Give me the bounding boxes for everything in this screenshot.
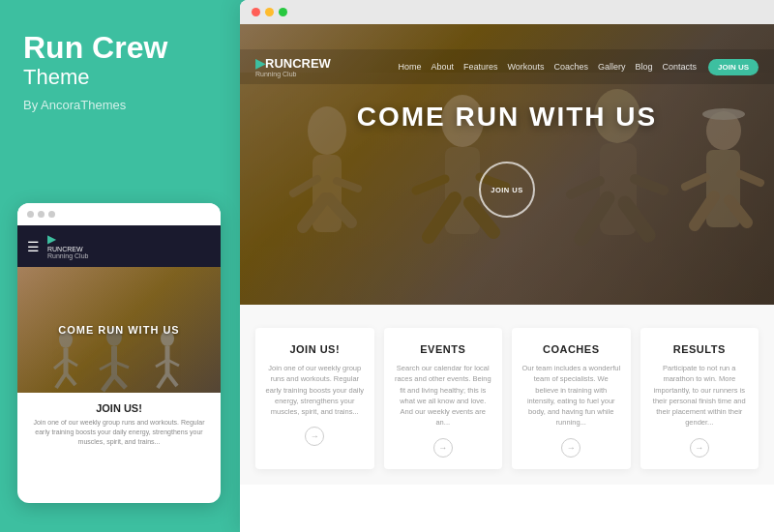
site-logo-wrap: ▶RUNCREW Running Club xyxy=(255,56,331,77)
hero-title: COME RUN WITH US xyxy=(240,102,774,133)
card-results: RESULTS Participate to not run a maratho… xyxy=(640,328,759,469)
nav-features[interactable]: Features xyxy=(463,62,498,72)
card-events-title: EVENTS xyxy=(394,343,493,355)
card-join-arrow[interactable]: → xyxy=(305,427,324,446)
card-events-arrow[interactable]: → xyxy=(433,438,453,458)
card-events-text: Search our calendar for local races and … xyxy=(394,363,493,429)
nav-home[interactable]: Home xyxy=(398,62,421,72)
svg-line-10 xyxy=(103,375,114,391)
card-coaches: COACHES Our team includes a wonderful te… xyxy=(512,328,631,469)
svg-line-16 xyxy=(158,373,167,388)
mobile-dot-3 xyxy=(48,211,55,218)
card-coaches-text: Our team includes a wonderful team of sp… xyxy=(521,363,621,429)
card-join-title: JOIN US! xyxy=(265,343,365,355)
nav-blog[interactable]: Blog xyxy=(635,62,652,72)
nav-links: Home About Features Workouts Coaches Gal… xyxy=(398,62,697,72)
mobile-hero: COME RUN WITH US xyxy=(17,267,221,393)
mobile-dots xyxy=(17,203,221,225)
card-results-text: Participate to not run a marathon to win… xyxy=(650,363,750,429)
nav-gallery[interactable]: Gallery xyxy=(598,62,626,72)
card-join: JOIN US! Join one of our weekly group ru… xyxy=(255,328,374,469)
left-panel: Run Crew Theme By AncoraThemes ☰ ▶RUNCRE… xyxy=(0,0,240,532)
mobile-card-section: JOIN US! Join one of our weekly group ru… xyxy=(17,393,221,456)
svg-line-17 xyxy=(167,373,177,386)
mobile-join-text: Join one of our weekly group runs and wo… xyxy=(27,418,211,446)
card-coaches-arrow[interactable]: → xyxy=(561,438,580,458)
mobile-logo: ▶RUNCREW Running Club xyxy=(47,233,88,259)
mobile-nav: ☰ ▶RUNCREW Running Club xyxy=(17,225,221,267)
browser-titlebar xyxy=(240,0,774,24)
card-join-text: Join one of our weekly group runs and wo… xyxy=(265,363,365,417)
browser-minimize-dot[interactable] xyxy=(265,8,274,16)
mobile-logo-wrap: ▶RUNCREW Running Club xyxy=(47,233,88,259)
mobile-preview: ☰ ▶RUNCREW Running Club xyxy=(17,203,221,503)
brand-title: Run Crew xyxy=(23,31,217,65)
byline: By AncoraThemes xyxy=(23,98,217,112)
browser-close-dot[interactable] xyxy=(252,8,260,16)
card-coaches-title: COACHES xyxy=(521,343,621,355)
nav-coaches[interactable]: Coaches xyxy=(553,62,588,72)
nav-contacts[interactable]: Contacts xyxy=(662,62,697,72)
brand-sub: Theme xyxy=(23,65,217,90)
card-events: EVENTS Search our calendar for local rac… xyxy=(384,328,503,469)
mobile-dot-2 xyxy=(38,211,45,218)
card-results-title: RESULTS xyxy=(650,343,750,355)
cards-section: JOIN US! Join one of our weekly group ru… xyxy=(240,305,774,485)
browser-maximize-dot[interactable] xyxy=(279,8,287,16)
site-logo: ▶RUNCREW xyxy=(255,56,331,71)
nav-workouts[interactable]: Workouts xyxy=(508,62,545,72)
svg-line-11 xyxy=(114,375,126,388)
hero-join-button[interactable]: JOIN US xyxy=(479,162,535,218)
nav-about[interactable]: About xyxy=(431,62,454,72)
browser-panel: ▶RUNCREW Running Club Home About Feature… xyxy=(240,0,774,532)
svg-line-5 xyxy=(66,373,75,385)
svg-line-4 xyxy=(56,373,66,388)
nav-join-button[interactable]: JOIN US xyxy=(708,59,759,75)
card-results-arrow[interactable]: → xyxy=(690,438,709,458)
mobile-dot-1 xyxy=(27,211,34,218)
mobile-join-title: JOIN US! xyxy=(27,402,211,414)
hero-section: ▶RUNCREW Running Club Home About Feature… xyxy=(240,24,774,305)
site-logo-sub: Running Club xyxy=(255,71,331,77)
mobile-hero-title: COME RUN WITH US xyxy=(58,324,179,336)
hamburger-icon[interactable]: ☰ xyxy=(27,239,40,254)
site-nav: ▶RUNCREW Running Club Home About Feature… xyxy=(240,49,774,84)
